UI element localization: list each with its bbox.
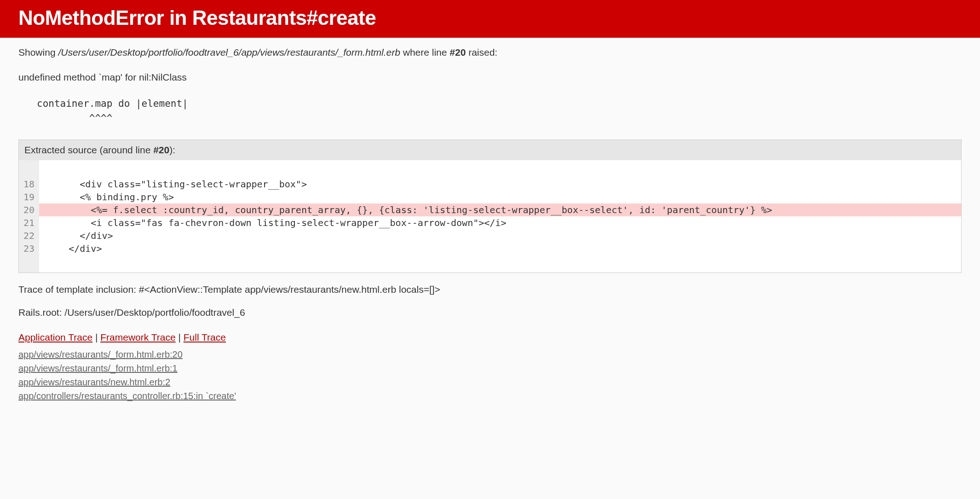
source-line: 19 <% binding.pry %> [19,191,961,203]
showing-mid: where line [400,47,450,58]
full-trace-link[interactable]: Full Trace [184,332,226,342]
showing-prefix: Showing [18,47,58,58]
source-line: 22 </div> [19,229,961,242]
application-trace-link[interactable]: Application Trace [18,332,92,342]
extracted-source-box: Extracted source (around line #20): 18 <… [18,139,962,273]
line-source: </div> [39,242,961,255]
error-message: undefined method `map' for nil:NilClass [18,72,962,83]
extracted-label-prefix: Extracted source (around line [24,145,153,155]
error-content: Showing /Users/user/Desktop/portfolio/fo… [0,38,980,412]
trace-tabs: Application Trace | Framework Trace | Fu… [18,332,962,343]
showing-suffix: raised: [466,47,497,58]
source-table: 18 <div class="listing-select-wrapper__b… [19,160,961,273]
showing-path: /Users/user/Desktop/portfolio/foodtravel… [58,47,400,58]
line-source: <div class="listing-select-wrapper__box"… [39,178,961,191]
line-source: </div> [39,229,961,242]
showing-linenum: #20 [450,47,466,58]
line-number: 20 [19,203,39,216]
trace-inclusion: Trace of template inclusion: #<ActionVie… [18,284,962,295]
extracted-source-heading: Extracted source (around line #20): [19,140,961,160]
trace-line[interactable]: app/controllers/restaurants_controller.r… [18,391,236,401]
separator: | [95,332,100,342]
trace-line[interactable]: app/views/restaurants/_form.html.erb:20 [18,349,183,360]
trace-line[interactable]: app/views/restaurants/_form.html.erb:1 [18,363,178,373]
trace-line[interactable]: app/views/restaurants/new.html.erb:2 [18,377,170,387]
line-number: 19 [19,191,39,203]
source-line: 20 <%= f.select :country_id, country_par… [19,203,961,216]
line-number: 18 [19,178,39,191]
line-number: 23 [19,242,39,255]
trace-list: app/views/restaurants/_form.html.erb:20a… [18,348,962,403]
error-header: NoMethodError in Restaurants#create [0,0,980,38]
extracted-line: #20 [153,145,169,155]
rails-root: Rails.root: /Users/user/Desktop/portfoli… [18,307,962,318]
line-number: 22 [19,229,39,242]
source-line: 21 <i class="fas fa-chevron-down listing… [19,216,961,229]
error-title: NoMethodError in Restaurants#create [18,6,962,29]
line-source: <i class="fas fa-chevron-down listing-se… [39,216,961,229]
line-source: <% binding.pry %> [39,191,961,203]
line-source: <%= f.select :country_id, country_parent… [39,203,961,216]
source-line: 23 </div> [19,242,961,255]
separator: | [178,332,183,342]
framework-trace-link[interactable]: Framework Trace [100,332,175,342]
showing-line: Showing /Users/user/Desktop/portfolio/fo… [18,47,962,58]
extracted-label-suffix: ): [169,145,175,155]
line-number: 21 [19,216,39,229]
error-context: container.map do |element| ^^^^ [37,97,962,126]
source-line: 18 <div class="listing-select-wrapper__b… [19,178,961,191]
